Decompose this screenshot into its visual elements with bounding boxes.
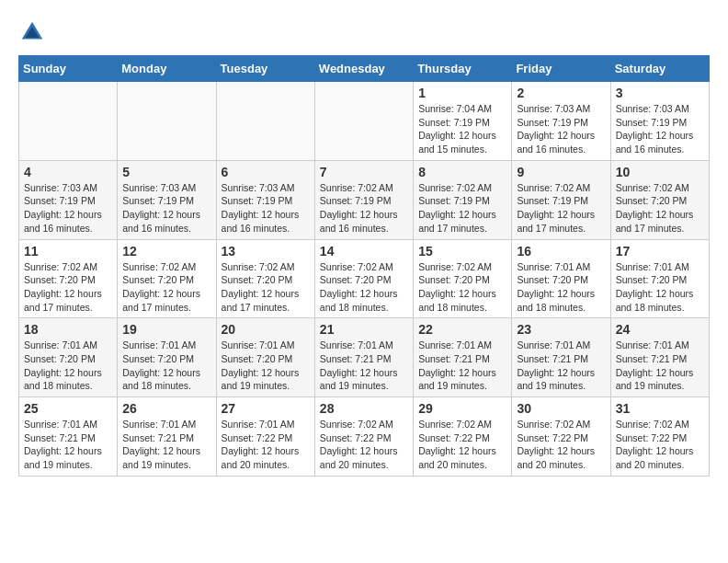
calendar-day: 10Sunrise: 7:02 AM Sunset: 7:20 PM Dayli… xyxy=(610,160,709,239)
calendar-day: 18Sunrise: 7:01 AM Sunset: 7:20 PM Dayli… xyxy=(19,318,118,397)
column-header-saturday: Saturday xyxy=(610,56,709,82)
day-info: Sunrise: 7:04 AM Sunset: 7:19 PM Dayligh… xyxy=(418,102,506,156)
day-info: Sunrise: 7:02 AM Sunset: 7:22 PM Dayligh… xyxy=(517,418,605,472)
day-number: 5 xyxy=(122,165,210,179)
calendar-day xyxy=(216,82,314,161)
day-info: Sunrise: 7:01 AM Sunset: 7:21 PM Dayligh… xyxy=(122,418,210,472)
calendar-day: 17Sunrise: 7:01 AM Sunset: 7:20 PM Dayli… xyxy=(610,239,709,318)
day-info: Sunrise: 7:02 AM Sunset: 7:20 PM Dayligh… xyxy=(122,260,210,315)
day-number: 26 xyxy=(122,401,210,416)
day-info: Sunrise: 7:02 AM Sunset: 7:20 PM Dayligh… xyxy=(24,260,112,315)
day-info: Sunrise: 7:03 AM Sunset: 7:19 PM Dayligh… xyxy=(222,181,310,236)
calendar-day: 13Sunrise: 7:02 AM Sunset: 7:20 PM Dayli… xyxy=(216,239,314,318)
day-info: Sunrise: 7:01 AM Sunset: 7:20 PM Dayligh… xyxy=(517,260,605,315)
day-info: Sunrise: 7:01 AM Sunset: 7:21 PM Dayligh… xyxy=(517,339,605,393)
calendar-table: SundayMondayTuesdayWednesdayThursdayFrid… xyxy=(18,55,710,477)
day-number: 22 xyxy=(418,322,506,337)
day-info: Sunrise: 7:02 AM Sunset: 7:22 PM Dayligh… xyxy=(616,418,704,472)
calendar-header-row: SundayMondayTuesdayWednesdayThursdayFrid… xyxy=(19,56,710,82)
calendar-week-row: 4Sunrise: 7:03 AM Sunset: 7:19 PM Daylig… xyxy=(19,160,710,239)
day-number: 15 xyxy=(418,244,506,259)
day-info: Sunrise: 7:02 AM Sunset: 7:19 PM Dayligh… xyxy=(517,181,605,236)
calendar-week-row: 1Sunrise: 7:04 AM Sunset: 7:19 PM Daylig… xyxy=(19,82,710,161)
calendar-day: 24Sunrise: 7:01 AM Sunset: 7:21 PM Dayli… xyxy=(610,318,709,397)
day-number: 11 xyxy=(24,244,112,259)
column-header-sunday: Sunday xyxy=(19,56,118,82)
calendar-day: 31Sunrise: 7:02 AM Sunset: 7:22 PM Dayli… xyxy=(610,397,709,477)
day-number: 3 xyxy=(616,86,704,100)
calendar-day: 12Sunrise: 7:02 AM Sunset: 7:20 PM Dayli… xyxy=(118,239,216,318)
day-number: 6 xyxy=(222,165,310,179)
calendar-day: 5Sunrise: 7:03 AM Sunset: 7:19 PM Daylig… xyxy=(118,160,216,239)
calendar-day: 28Sunrise: 7:02 AM Sunset: 7:22 PM Dayli… xyxy=(314,397,413,477)
calendar-day: 2Sunrise: 7:03 AM Sunset: 7:19 PM Daylig… xyxy=(512,82,610,161)
calendar-week-row: 25Sunrise: 7:01 AM Sunset: 7:21 PM Dayli… xyxy=(19,397,710,477)
day-info: Sunrise: 7:02 AM Sunset: 7:20 PM Dayligh… xyxy=(222,260,310,315)
calendar-day: 26Sunrise: 7:01 AM Sunset: 7:21 PM Dayli… xyxy=(118,397,216,477)
day-info: Sunrise: 7:01 AM Sunset: 7:21 PM Dayligh… xyxy=(616,339,704,393)
day-number: 7 xyxy=(320,165,408,179)
day-number: 1 xyxy=(418,86,506,100)
day-number: 2 xyxy=(517,86,605,100)
day-info: Sunrise: 7:01 AM Sunset: 7:20 PM Dayligh… xyxy=(24,339,112,393)
day-info: Sunrise: 7:01 AM Sunset: 7:21 PM Dayligh… xyxy=(24,418,112,472)
day-number: 9 xyxy=(517,165,605,179)
day-number: 28 xyxy=(320,401,408,416)
day-number: 31 xyxy=(616,401,704,416)
day-info: Sunrise: 7:02 AM Sunset: 7:20 PM Dayligh… xyxy=(616,181,704,236)
day-number: 8 xyxy=(418,165,506,179)
column-header-friday: Friday xyxy=(512,56,610,82)
day-number: 21 xyxy=(320,322,408,337)
day-number: 25 xyxy=(24,401,112,416)
logo xyxy=(18,18,51,46)
column-header-thursday: Thursday xyxy=(414,56,512,82)
day-number: 24 xyxy=(616,322,704,337)
day-info: Sunrise: 7:02 AM Sunset: 7:19 PM Dayligh… xyxy=(418,181,506,236)
day-info: Sunrise: 7:03 AM Sunset: 7:19 PM Dayligh… xyxy=(517,102,605,156)
day-info: Sunrise: 7:02 AM Sunset: 7:22 PM Dayligh… xyxy=(418,418,506,472)
calendar-day: 20Sunrise: 7:01 AM Sunset: 7:20 PM Dayli… xyxy=(216,318,314,397)
day-info: Sunrise: 7:01 AM Sunset: 7:21 PM Dayligh… xyxy=(418,339,506,393)
day-info: Sunrise: 7:03 AM Sunset: 7:19 PM Dayligh… xyxy=(24,181,112,236)
calendar-day: 9Sunrise: 7:02 AM Sunset: 7:19 PM Daylig… xyxy=(512,160,610,239)
calendar-day: 22Sunrise: 7:01 AM Sunset: 7:21 PM Dayli… xyxy=(414,318,512,397)
calendar-day: 23Sunrise: 7:01 AM Sunset: 7:21 PM Dayli… xyxy=(512,318,610,397)
calendar-day: 14Sunrise: 7:02 AM Sunset: 7:20 PM Dayli… xyxy=(314,239,413,318)
calendar-day: 7Sunrise: 7:02 AM Sunset: 7:19 PM Daylig… xyxy=(314,160,413,239)
column-header-tuesday: Tuesday xyxy=(216,56,314,82)
day-number: 18 xyxy=(24,322,112,337)
calendar-day: 19Sunrise: 7:01 AM Sunset: 7:20 PM Dayli… xyxy=(118,318,216,397)
day-info: Sunrise: 7:02 AM Sunset: 7:20 PM Dayligh… xyxy=(320,260,408,315)
day-number: 27 xyxy=(222,401,310,416)
day-number: 12 xyxy=(122,244,210,259)
day-number: 14 xyxy=(320,244,408,259)
day-number: 13 xyxy=(222,244,310,259)
day-info: Sunrise: 7:02 AM Sunset: 7:19 PM Dayligh… xyxy=(320,181,408,236)
day-number: 29 xyxy=(418,401,506,416)
calendar-day: 29Sunrise: 7:02 AM Sunset: 7:22 PM Dayli… xyxy=(414,397,512,477)
calendar-day: 25Sunrise: 7:01 AM Sunset: 7:21 PM Dayli… xyxy=(19,397,118,477)
calendar-day: 16Sunrise: 7:01 AM Sunset: 7:20 PM Dayli… xyxy=(512,239,610,318)
calendar-day: 6Sunrise: 7:03 AM Sunset: 7:19 PM Daylig… xyxy=(216,160,314,239)
day-number: 23 xyxy=(517,322,605,337)
logo-icon xyxy=(18,18,46,46)
calendar-day: 27Sunrise: 7:01 AM Sunset: 7:22 PM Dayli… xyxy=(216,397,314,477)
day-info: Sunrise: 7:02 AM Sunset: 7:22 PM Dayligh… xyxy=(320,418,408,472)
day-info: Sunrise: 7:03 AM Sunset: 7:19 PM Dayligh… xyxy=(616,102,704,156)
day-info: Sunrise: 7:01 AM Sunset: 7:20 PM Dayligh… xyxy=(222,339,310,393)
day-info: Sunrise: 7:02 AM Sunset: 7:20 PM Dayligh… xyxy=(418,260,506,315)
calendar-day: 21Sunrise: 7:01 AM Sunset: 7:21 PM Dayli… xyxy=(314,318,413,397)
calendar-day: 3Sunrise: 7:03 AM Sunset: 7:19 PM Daylig… xyxy=(610,82,709,161)
calendar-day: 4Sunrise: 7:03 AM Sunset: 7:19 PM Daylig… xyxy=(19,160,118,239)
day-number: 4 xyxy=(24,165,112,179)
calendar-day xyxy=(118,82,216,161)
page-header xyxy=(18,18,710,46)
day-number: 10 xyxy=(616,165,704,179)
calendar-day: 8Sunrise: 7:02 AM Sunset: 7:19 PM Daylig… xyxy=(414,160,512,239)
calendar-day xyxy=(314,82,413,161)
day-info: Sunrise: 7:01 AM Sunset: 7:20 PM Dayligh… xyxy=(122,339,210,393)
day-info: Sunrise: 7:03 AM Sunset: 7:19 PM Dayligh… xyxy=(122,181,210,236)
day-number: 30 xyxy=(517,401,605,416)
day-info: Sunrise: 7:01 AM Sunset: 7:21 PM Dayligh… xyxy=(320,339,408,393)
day-info: Sunrise: 7:01 AM Sunset: 7:20 PM Dayligh… xyxy=(616,260,704,315)
